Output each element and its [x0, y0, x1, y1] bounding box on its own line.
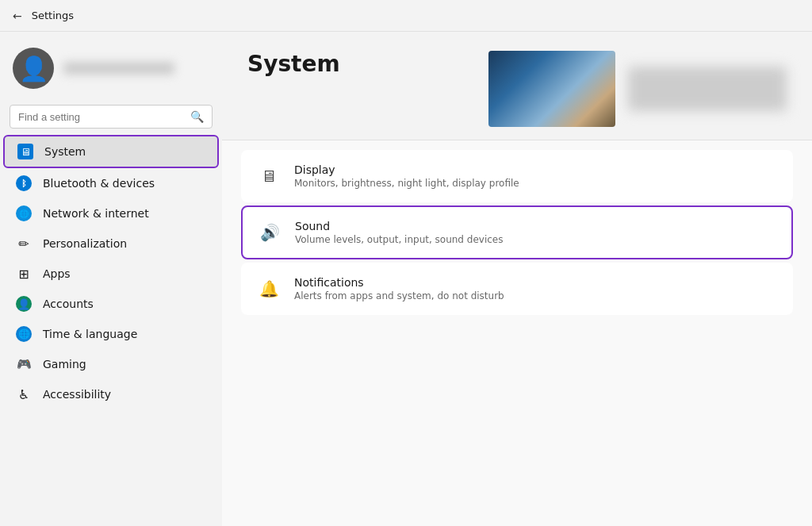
sidebar-item-gaming-label: Gaming [43, 358, 86, 371]
notifications-setting-icon: 🔔 [258, 278, 280, 300]
sidebar: 👤 🔍 🖥 System ᛒ Bluetooth & devices 🌐 Net… [0, 32, 222, 526]
notifications-setting-name: Notifications [294, 276, 504, 289]
sidebar-item-network[interactable]: 🌐 Network & internet [3, 198, 219, 228]
network-icon: 🌐 [16, 205, 32, 221]
sidebar-item-accessibility[interactable]: ♿ Accessibility [3, 379, 219, 409]
sidebar-item-network-label: Network & internet [43, 207, 149, 220]
settings-list: 🖥 Display Monitors, brightness, night li… [222, 140, 812, 328]
display-setting-name: Display [294, 163, 519, 176]
display-setting-text: Display Monitors, brightness, night ligh… [294, 163, 519, 189]
avatar: 👤 [13, 48, 54, 89]
sidebar-item-time-label: Time & language [43, 328, 137, 340]
sidebar-item-personalization[interactable]: ✏️ Personalization [3, 228, 219, 259]
system-icon: 🖥 [17, 144, 33, 159]
notifications-setting-desc: Alerts from apps and system, do not dist… [294, 290, 504, 301]
personalization-icon: ✏️ [16, 236, 32, 251]
accounts-icon: 👤 [16, 296, 32, 312]
sidebar-item-bluetooth-label: Bluetooth & devices [43, 177, 155, 190]
sidebar-item-apps[interactable]: ⊞ Apps [3, 259, 219, 289]
search-box[interactable]: 🔍 [10, 105, 213, 129]
main-content: System 🖥 Display Monitors, brightness, n… [222, 32, 812, 526]
sidebar-item-personalization-label: Personalization [43, 237, 127, 250]
sidebar-item-accessibility-label: Accessibility [43, 388, 111, 401]
sound-setting-name: Sound [295, 220, 503, 232]
notifications-setting-text: Notifications Alerts from apps and syste… [294, 276, 504, 301]
display-preview [488, 51, 615, 127]
sidebar-item-bluetooth[interactable]: ᛒ Bluetooth & devices [3, 168, 219, 198]
bluetooth-icon: ᛒ [16, 175, 32, 191]
time-icon: 🌐 [16, 326, 32, 342]
sidebar-item-accounts-label: Accounts [43, 298, 94, 310]
sidebar-item-system-label: System [44, 145, 86, 158]
notifications-setting[interactable]: 🔔 Notifications Alerts from apps and sys… [241, 263, 793, 315]
display-setting-desc: Monitors, brightness, night light, displ… [294, 178, 519, 189]
sound-setting-icon: 🔊 [259, 221, 281, 244]
user-name [63, 62, 174, 75]
content-area: 👤 🔍 🖥 System ᛒ Bluetooth & devices 🌐 Net… [0, 32, 812, 526]
accessibility-icon: ♿ [16, 386, 32, 402]
back-button[interactable]: ← [13, 10, 22, 22]
sidebar-item-apps-label: Apps [43, 267, 71, 280]
main-header: System [222, 32, 812, 140]
sidebar-item-system[interactable]: 🖥 System [3, 135, 219, 168]
search-icon: 🔍 [190, 110, 204, 123]
sidebar-item-gaming[interactable]: 🎮 Gaming [3, 349, 219, 379]
display-setting-icon: 🖥 [258, 165, 280, 187]
title-bar: ← Settings [0, 0, 812, 32]
sound-setting-desc: Volume levels, output, input, sound devi… [295, 234, 503, 245]
display-setting[interactable]: 🖥 Display Monitors, brightness, night li… [241, 150, 793, 202]
sidebar-item-accounts[interactable]: 👤 Accounts [3, 289, 219, 319]
gaming-icon: 🎮 [16, 356, 32, 372]
page-title: System [247, 51, 469, 77]
app-title: Settings [32, 10, 74, 21]
display-info-blur [628, 67, 787, 111]
sidebar-item-time[interactable]: 🌐 Time & language [3, 319, 219, 349]
search-input[interactable] [18, 111, 186, 123]
avatar-icon: 👤 [19, 55, 48, 83]
sound-setting[interactable]: 🔊 Sound Volume levels, output, input, so… [241, 205, 793, 259]
user-section: 👤 [0, 38, 222, 102]
apps-icon: ⊞ [16, 266, 32, 282]
sound-setting-text: Sound Volume levels, output, input, soun… [295, 220, 503, 245]
